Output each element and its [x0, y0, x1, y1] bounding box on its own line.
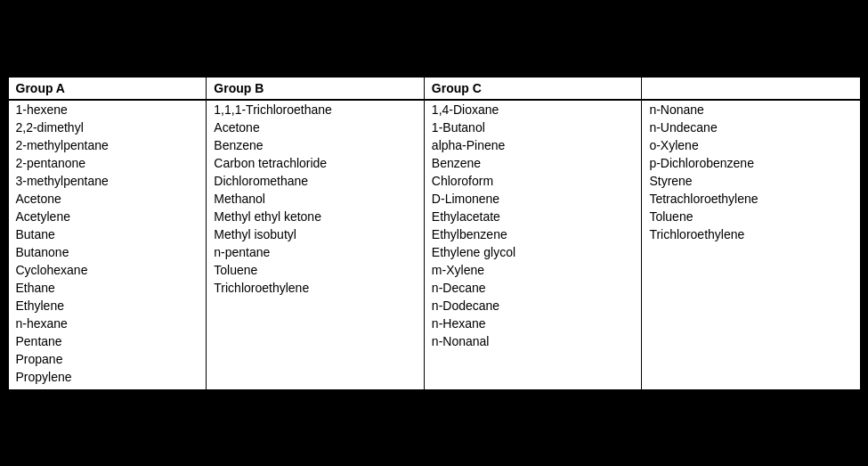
group-b-cell: 1,1,1-Trichloroethane — [207, 100, 425, 119]
table-row: AcetoneMethanolD-LimoneneTetrachloroethy… — [9, 190, 860, 208]
group-c2-cell — [642, 243, 860, 261]
group-c2-cell — [642, 315, 860, 332]
group-a-cell: Propylene — [9, 368, 207, 389]
table-row: Ethylenen-Dodecane — [9, 297, 860, 315]
chemical-groups-table: Group A Group B Group C 1-hexene1,1,1-Tr… — [9, 78, 860, 389]
group-c1-cell: n-Decane — [424, 279, 642, 297]
group-a-cell: Cyclohexane — [9, 261, 207, 279]
group-a-cell: 1-hexene — [9, 100, 207, 119]
group-c2-cell — [642, 332, 860, 350]
group-c2-cell: Tetrachloroethylene — [642, 190, 860, 208]
group-c1-cell: m-Xylene — [424, 261, 642, 279]
group-b-cell — [207, 332, 425, 350]
group-b-cell — [207, 368, 425, 389]
table-row: 2-pentanoneCarbon tetrachlorideBenzenep-… — [9, 154, 860, 172]
group-c2-cell: o-Xylene — [642, 136, 860, 154]
table-row: Pentanen-Nonanal — [9, 332, 860, 350]
group-c1-cell: Ethylbenzene — [424, 225, 642, 243]
group-c2-cell: n-Undecane — [642, 119, 860, 136]
group-b-cell: Trichloroethylene — [207, 279, 425, 297]
group-b-cell — [207, 297, 425, 315]
group-a-cell: Propane — [9, 350, 207, 368]
group-c1-cell: Ethylene glycol — [424, 243, 642, 261]
group-b-cell: Dichloromethane — [207, 172, 425, 190]
header-group-c2 — [642, 78, 860, 100]
table-row: 2-methylpentaneBenzenealpha-Pineneo-Xyle… — [9, 136, 860, 154]
table-row: Propane — [9, 350, 860, 368]
group-c2-cell: p-Dichlorobenzene — [642, 154, 860, 172]
table-row: n-hexanen-Hexane — [9, 315, 860, 332]
header-group-a: Group A — [9, 78, 207, 100]
group-a-cell: n-hexane — [9, 315, 207, 332]
group-a-cell: Ethylene — [9, 297, 207, 315]
group-c2-cell — [642, 261, 860, 279]
group-a-cell: Acetylene — [9, 208, 207, 225]
group-b-cell — [207, 350, 425, 368]
table-row: Butanonen-pentaneEthylene glycol — [9, 243, 860, 261]
group-c2-cell — [642, 297, 860, 315]
group-c2-cell — [642, 368, 860, 389]
group-c1-cell: n-Dodecane — [424, 297, 642, 315]
group-a-cell: Ethane — [9, 279, 207, 297]
group-c2-cell: Trichloroethylene — [642, 225, 860, 243]
group-c1-cell: Chloroform — [424, 172, 642, 190]
group-b-cell: Toluene — [207, 261, 425, 279]
group-c1-cell: Benzene — [424, 154, 642, 172]
group-b-cell: Benzene — [207, 136, 425, 154]
group-c2-cell — [642, 279, 860, 297]
group-a-cell: 2-methylpentane — [9, 136, 207, 154]
group-c1-cell: 1-Butanol — [424, 119, 642, 136]
group-c1-cell: alpha-Pinene — [424, 136, 642, 154]
group-a-cell: Butanone — [9, 243, 207, 261]
group-a-cell: 2,2-dimethyl — [9, 119, 207, 136]
group-c1-cell: n-Nonanal — [424, 332, 642, 350]
header-group-c: Group C — [424, 78, 642, 100]
group-b-cell: Methyl ethyl ketone — [207, 208, 425, 225]
group-c2-cell: Styrene — [642, 172, 860, 190]
group-a-cell: Butane — [9, 225, 207, 243]
group-a-cell: 2-pentanone — [9, 154, 207, 172]
group-b-cell: Acetone — [207, 119, 425, 136]
table-row: 1-hexene1,1,1-Trichloroethane1,4-Dioxane… — [9, 100, 860, 119]
group-b-cell — [207, 315, 425, 332]
group-a-cell: Pentane — [9, 332, 207, 350]
table-row: CyclohexaneToluenem-Xylene — [9, 261, 860, 279]
header-group-b: Group B — [207, 78, 425, 100]
group-b-cell: n-pentane — [207, 243, 425, 261]
group-b-cell: Methanol — [207, 190, 425, 208]
table-row: EthaneTrichloroethylenen-Decane — [9, 279, 860, 297]
group-c1-cell: Ethylacetate — [424, 208, 642, 225]
group-c2-cell: n-Nonane — [642, 100, 860, 119]
group-c1-cell: D-Limonene — [424, 190, 642, 208]
group-a-cell: 3-methylpentane — [9, 172, 207, 190]
group-c2-cell — [642, 350, 860, 368]
table-row: 2,2-dimethylAcetone1-Butanoln-Undecane — [9, 119, 860, 136]
table-row: Propylene — [9, 368, 860, 389]
table-row: AcetyleneMethyl ethyl ketoneEthylacetate… — [9, 208, 860, 225]
group-b-cell: Methyl isobutyl — [207, 225, 425, 243]
group-a-cell: Acetone — [9, 190, 207, 208]
group-c1-cell: n-Hexane — [424, 315, 642, 332]
group-c1-cell — [424, 368, 642, 389]
table-row: ButaneMethyl isobutylEthylbenzeneTrichlo… — [9, 225, 860, 243]
table-row: 3-methylpentaneDichloromethaneChloroform… — [9, 172, 860, 190]
group-b-cell: Carbon tetrachloride — [207, 154, 425, 172]
main-table-wrapper: Group A Group B Group C 1-hexene1,1,1-Tr… — [7, 76, 862, 391]
group-c1-cell — [424, 350, 642, 368]
group-c1-cell: 1,4-Dioxane — [424, 100, 642, 119]
group-c2-cell: Toluene — [642, 208, 860, 225]
